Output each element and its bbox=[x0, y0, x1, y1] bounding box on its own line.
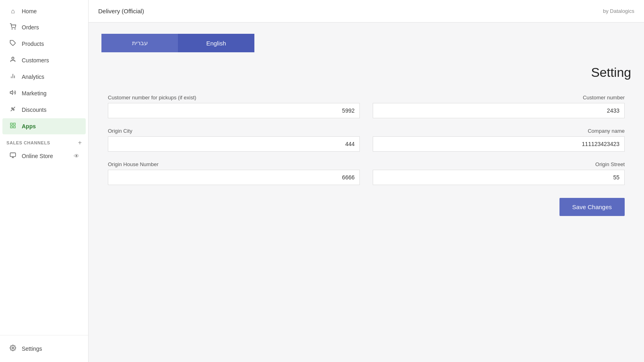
label-origin-city: Origin City bbox=[108, 128, 360, 134]
page-title: Delivery (Official) bbox=[98, 8, 144, 14]
svg-rect-13 bbox=[13, 126, 15, 128]
language-buttons: עברית English bbox=[101, 34, 254, 52]
svg-rect-12 bbox=[13, 123, 15, 125]
form-group-company-name: Company name bbox=[366, 123, 631, 156]
apps-icon bbox=[9, 122, 17, 130]
input-company-name[interactable] bbox=[373, 136, 625, 152]
input-origin-street[interactable] bbox=[373, 170, 625, 185]
form-group-origin-house-number: Origin House Number bbox=[101, 156, 366, 190]
form-group-origin-street: Origin Street bbox=[366, 156, 631, 190]
svg-rect-15 bbox=[10, 153, 15, 156]
svg-point-18 bbox=[12, 347, 14, 349]
input-customer-number[interactable] bbox=[373, 103, 625, 118]
sidebar-item-apps[interactable]: Apps bbox=[2, 118, 86, 134]
form-group-customer-number-pickups: Customer number for pickups (if exist) bbox=[101, 90, 366, 123]
products-icon bbox=[9, 40, 17, 48]
sidebar-item-marketing[interactable]: Marketing bbox=[2, 85, 86, 101]
form-grid: Customer number for pickups (if exist) C… bbox=[101, 90, 631, 190]
main-content: Delivery (Official) by Datalogics עברית … bbox=[89, 0, 644, 362]
label-customer-number: Customer number bbox=[373, 95, 625, 101]
sales-channels-section: SALES CHANNELS + bbox=[0, 135, 88, 148]
sidebar-item-label: Settings bbox=[22, 346, 42, 352]
label-company-name: Company name bbox=[373, 128, 625, 134]
sidebar-item-label: Customers bbox=[22, 57, 49, 64]
save-button-row: Save Changes bbox=[101, 190, 631, 216]
top-bar: Delivery (Official) by Datalogics bbox=[89, 0, 644, 23]
form-group-origin-city: Origin City bbox=[101, 123, 366, 156]
sidebar-item-label: Products bbox=[22, 41, 44, 47]
label-customer-number-pickups: Customer number for pickups (if exist) bbox=[108, 95, 360, 101]
home-icon: ⌂ bbox=[9, 8, 17, 15]
sidebar-footer: Settings bbox=[0, 335, 88, 362]
input-origin-house-number[interactable] bbox=[108, 170, 360, 185]
sidebar-item-label: Orders bbox=[22, 24, 39, 31]
svg-marker-7 bbox=[10, 90, 12, 94]
sidebar-item-home[interactable]: ⌂ Home bbox=[2, 4, 86, 19]
discounts-icon bbox=[9, 106, 17, 114]
settings-icon bbox=[9, 345, 17, 353]
sidebar-item-label: Online Store bbox=[22, 153, 53, 159]
sidebar-item-analytics[interactable]: Analytics bbox=[2, 69, 86, 85]
sidebar-item-online-store[interactable]: Online Store 👁 bbox=[2, 148, 86, 164]
sidebar-item-label: Analytics bbox=[22, 74, 44, 80]
svg-rect-14 bbox=[10, 126, 12, 128]
sidebar-item-label: Apps bbox=[22, 123, 36, 130]
svg-point-8 bbox=[12, 108, 13, 109]
marketing-icon bbox=[9, 89, 17, 97]
svg-point-1 bbox=[15, 29, 15, 29]
svg-point-3 bbox=[12, 57, 14, 59]
sidebar-item-discounts[interactable]: Discounts bbox=[2, 102, 86, 118]
english-lang-button[interactable]: English bbox=[178, 34, 254, 52]
online-store-icon bbox=[9, 152, 17, 160]
content-area: עברית English Setting Customer number fo… bbox=[89, 23, 644, 362]
sales-channels-label: SALES CHANNELS bbox=[6, 140, 50, 145]
svg-point-9 bbox=[13, 109, 14, 111]
input-origin-city[interactable] bbox=[108, 136, 360, 152]
svg-line-10 bbox=[11, 107, 15, 111]
setting-heading: Setting bbox=[101, 65, 631, 80]
customers-icon bbox=[9, 56, 17, 64]
online-store-visibility-icon[interactable]: 👁 bbox=[74, 153, 79, 159]
sidebar-item-products[interactable]: Products bbox=[2, 36, 86, 52]
sidebar-item-label: Home bbox=[22, 8, 37, 14]
add-sales-channel-button[interactable]: + bbox=[78, 140, 82, 146]
sidebar-item-label: Discounts bbox=[22, 107, 46, 113]
sidebar: ⌂ Home Orders Products Customers Analy bbox=[0, 0, 89, 362]
sidebar-item-customers[interactable]: Customers bbox=[2, 52, 86, 68]
label-origin-house-number: Origin House Number bbox=[108, 161, 360, 167]
sidebar-item-settings[interactable]: Settings bbox=[2, 341, 86, 357]
sidebar-item-label: Marketing bbox=[22, 90, 46, 97]
form-group-customer-number: Customer number bbox=[366, 90, 631, 123]
page-subtitle: by Datalogics bbox=[603, 8, 634, 14]
analytics-icon bbox=[9, 73, 17, 81]
sidebar-item-orders[interactable]: Orders bbox=[2, 19, 86, 35]
orders-icon bbox=[9, 23, 17, 31]
svg-point-0 bbox=[12, 29, 12, 29]
svg-rect-11 bbox=[10, 123, 12, 125]
label-origin-street: Origin Street bbox=[373, 161, 625, 167]
sidebar-nav: ⌂ Home Orders Products Customers Analy bbox=[0, 0, 88, 335]
save-changes-button[interactable]: Save Changes bbox=[559, 198, 625, 216]
input-customer-number-pickups[interactable] bbox=[108, 103, 360, 118]
hebrew-lang-button[interactable]: עברית bbox=[101, 34, 178, 52]
